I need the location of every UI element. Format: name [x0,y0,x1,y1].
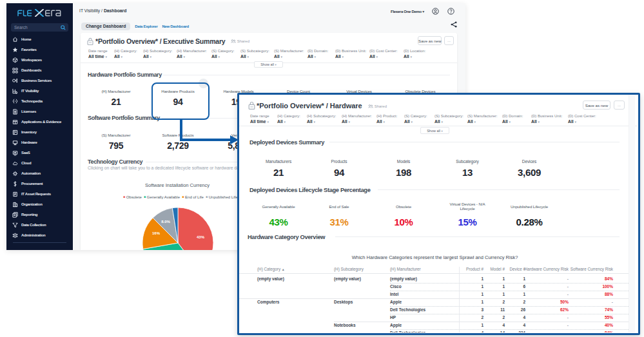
svg-text:8.0%: 8.0% [161,220,170,224]
svg-text:43%: 43% [197,235,205,239]
svg-text:16%: 16% [152,231,161,235]
